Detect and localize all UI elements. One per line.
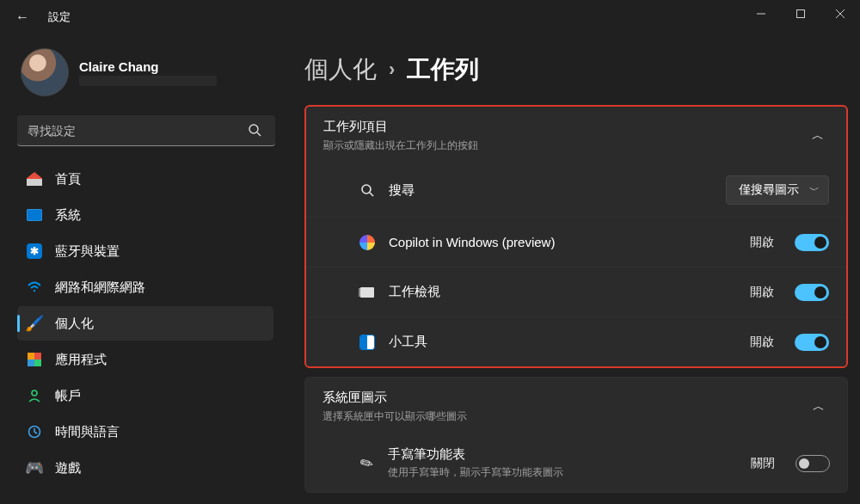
- avatar: [21, 48, 69, 96]
- sidebar-item-apps[interactable]: 應用程式: [17, 342, 273, 377]
- nav: 首頁 系統 ✱ 藍牙與裝置 網路和網際網路 🖌️ 個人化: [17, 162, 273, 485]
- sidebar-item-label: 網路和網際網路: [55, 280, 145, 296]
- row-label: 搜尋: [389, 182, 714, 199]
- sidebar-item-label: 首頁: [55, 171, 81, 187]
- row-pen: ✎ 手寫筆功能表 使用手寫筆時，顯示手寫筆功能表圖示 關閉: [305, 434, 847, 492]
- back-button[interactable]: ←: [15, 9, 33, 25]
- home-icon: [26, 170, 43, 187]
- sidebar-item-time-language[interactable]: 時間與語言: [17, 415, 273, 449]
- brush-icon: 🖌️: [26, 315, 43, 332]
- section-taskbar-items: 工作列項目 顯示或隱藏出現在工作列上的按鈕 ︿ 搜尋 僅搜尋圖示 ﹀ Copil…: [304, 105, 848, 368]
- svg-rect-1: [797, 10, 805, 18]
- svg-line-5: [257, 132, 261, 136]
- sidebar-item-label: 應用程式: [55, 352, 107, 368]
- row-label: 手寫筆功能表: [388, 446, 739, 463]
- chevron-right-icon: ›: [389, 58, 395, 81]
- main-content: 個人化 › 工作列 工作列項目 顯示或隱藏出現在工作列上的按鈕 ︿ 搜尋 僅搜尋…: [284, 34, 860, 504]
- gaming-icon: 🎮: [26, 459, 43, 476]
- sidebar-item-label: 遊戲: [55, 460, 81, 476]
- section-title: 工作列項目: [323, 119, 812, 135]
- bluetooth-icon: ✱: [26, 243, 43, 260]
- sidebar-item-gaming[interactable]: 🎮 遊戲: [17, 451, 273, 485]
- profile-email: [79, 76, 217, 86]
- sidebar-item-system[interactable]: 系統: [17, 198, 273, 232]
- section-header[interactable]: 工作列項目 顯示或隱藏出現在工作列上的按鈕 ︿: [306, 107, 846, 163]
- sidebar-item-home[interactable]: 首頁: [17, 162, 273, 196]
- minimize-button[interactable]: [741, 0, 781, 28]
- widgets-icon: [358, 335, 377, 349]
- breadcrumb: 個人化 › 工作列: [304, 53, 848, 86]
- wifi-icon: [26, 279, 43, 296]
- sidebar-item-network[interactable]: 網路和網際網路: [17, 270, 273, 304]
- sidebar-item-label: 藍牙與裝置: [55, 243, 120, 260]
- profile[interactable]: Claire Chang: [17, 41, 273, 112]
- widgets-toggle[interactable]: [795, 334, 829, 351]
- search-mode-dropdown[interactable]: 僅搜尋圖示 ﹀: [726, 175, 829, 205]
- toggle-state-label: 開啟: [750, 335, 774, 350]
- section-header[interactable]: 系統匣圖示 選擇系統匣中可以顯示哪些圖示 ︿: [305, 378, 847, 434]
- taskview-toggle[interactable]: [795, 284, 829, 301]
- copilot-icon: [358, 235, 377, 250]
- search-icon: [248, 123, 261, 139]
- toggle-state-label: 開啟: [750, 285, 774, 300]
- sidebar: Claire Chang 首頁 系統 ✱ 藍牙與裝置: [0, 34, 284, 504]
- sidebar-item-label: 帳戶: [55, 388, 81, 404]
- section-subtitle: 選擇系統匣中可以顯示哪些圖示: [322, 409, 813, 424]
- sidebar-item-label: 系統: [55, 207, 81, 224]
- svg-point-6: [34, 290, 35, 292]
- svg-point-9: [362, 185, 371, 194]
- row-search: 搜尋 僅搜尋圖示 ﹀: [306, 163, 846, 217]
- search-icon: [358, 183, 377, 197]
- chevron-up-icon: ︿: [813, 399, 830, 415]
- section-tray-icons: 系統匣圖示 選擇系統匣中可以顯示哪些圖示 ︿ ✎ 手寫筆功能表 使用手寫筆時，顯…: [304, 377, 848, 493]
- row-widgets: 小工具 開啟: [306, 317, 846, 366]
- account-icon: [26, 387, 43, 404]
- system-icon: [26, 206, 43, 224]
- row-taskview: 工作檢視 開啟: [306, 267, 846, 317]
- svg-line-10: [370, 193, 373, 196]
- breadcrumb-parent[interactable]: 個人化: [304, 53, 377, 86]
- clock-icon: [26, 423, 43, 440]
- window-controls: [741, 0, 860, 28]
- row-copilot: Copilot in Windows (preview) 開啟: [306, 217, 846, 267]
- dropdown-value: 僅搜尋圖示: [739, 182, 799, 198]
- toggle-state-label: 開啟: [750, 235, 774, 250]
- svg-point-4: [249, 125, 258, 133]
- toggle-state-label: 關閉: [751, 456, 775, 471]
- close-button[interactable]: [820, 0, 860, 28]
- copilot-toggle[interactable]: [795, 234, 829, 251]
- row-label: Copilot in Windows (preview): [389, 235, 738, 249]
- sidebar-item-personalization[interactable]: 🖌️ 個人化: [17, 306, 273, 341]
- row-label: 工作檢視: [389, 284, 738, 300]
- breadcrumb-current: 工作列: [407, 53, 479, 86]
- pen-toggle[interactable]: [796, 455, 830, 472]
- search-wrap: [17, 115, 273, 146]
- profile-name: Claire Chang: [79, 59, 217, 74]
- sidebar-item-accounts[interactable]: 帳戶: [17, 378, 273, 413]
- row-sublabel: 使用手寫筆時，顯示手寫筆功能表圖示: [388, 465, 739, 480]
- chevron-down-icon: ﹀: [809, 183, 820, 198]
- apps-icon: [26, 351, 43, 368]
- pen-icon: ✎: [353, 450, 379, 476]
- sidebar-item-label: 個人化: [55, 316, 94, 332]
- titlebar: ← 設定: [0, 0, 860, 34]
- section-subtitle: 顯示或隱藏出現在工作列上的按鈕: [323, 138, 812, 153]
- maximize-button[interactable]: [781, 0, 820, 28]
- row-label: 小工具: [389, 334, 738, 350]
- search-input[interactable]: [17, 115, 275, 146]
- chevron-up-icon: ︿: [812, 128, 829, 144]
- section-title: 系統匣圖示: [322, 390, 813, 406]
- sidebar-item-bluetooth[interactable]: ✱ 藍牙與裝置: [17, 234, 273, 268]
- sidebar-item-label: 時間與語言: [55, 424, 120, 440]
- app-title: 設定: [48, 9, 71, 25]
- taskview-icon: [358, 287, 377, 298]
- svg-point-7: [32, 390, 37, 396]
